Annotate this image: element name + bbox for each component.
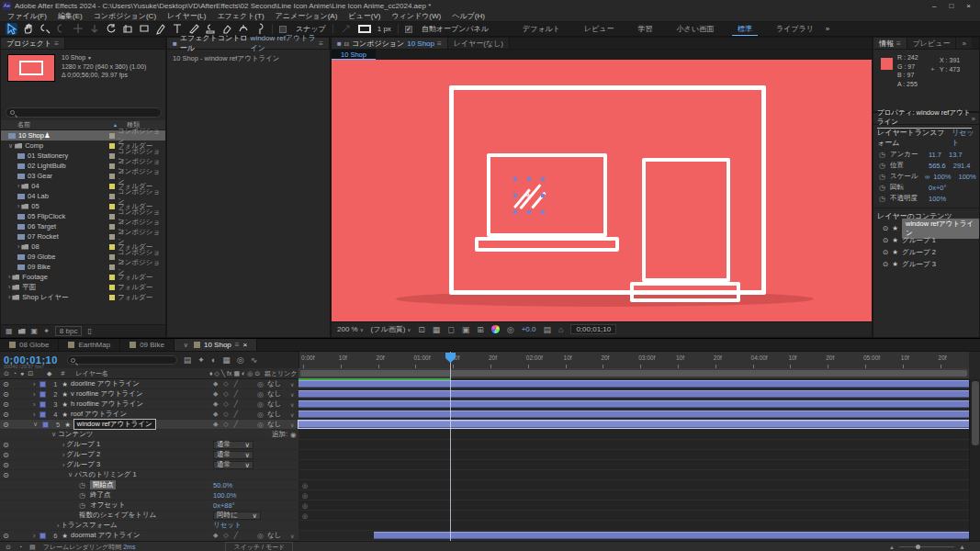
project-item-name[interactable]: 03 Gear [28,172,52,180]
rulers-icon[interactable]: ⊞ [477,325,484,334]
composition-flowchart-icon[interactable]: ⊙ [6,544,11,551]
shop-doormat-shape[interactable] [630,282,740,302]
zoom-out-icon[interactable]: ▲ [889,545,895,550]
lock-icon[interactable]: ⊡ [344,40,349,47]
exposure-icon[interactable]: ◎ [507,325,514,334]
keyframe-navigator-icon[interactable]: ◎ [302,492,308,500]
transform-property-row[interactable]: ◷アンカー11.713.7 [873,149,979,160]
scrollbar-thumb[interactable] [972,381,979,445]
chevron-down-icon[interactable]: ∨ [290,422,294,428]
properties-title[interactable]: プロパティ: window refアウトライン [877,108,972,129]
workspace-item[interactable]: 小さい画面 [671,23,719,36]
layer-content-row[interactable]: ⊙★グループ 2 [873,246,979,258]
panel-menu-icon[interactable]: ≡ [319,39,323,48]
pickwhip-icon[interactable]: ◎ [257,410,264,419]
twirl-icon[interactable]: › [33,411,35,418]
menu-item[interactable]: ファイル(F) [7,11,47,21]
preview-timecode[interactable]: 0;00;01;10 [570,324,616,334]
layer-name[interactable]: v roofline アウトライン [71,389,143,399]
tab-layer-viewer[interactable]: レイヤー(なし) [448,38,510,49]
new-folder-icon[interactable] [18,329,26,334]
layer-switches[interactable]: ◆ ◇ ╱ [213,400,240,408]
timeline-row[interactable]: ◷開始点50.0%◎ [0,480,969,490]
group-name[interactable]: グループ 2 [66,450,100,459]
region-of-interest-icon[interactable]: ⊡ [418,325,425,334]
transform-reset-button[interactable]: リセット [952,128,975,148]
stopwatch-icon[interactable]: ◷ [79,491,85,500]
chevron-down-icon[interactable]: ∨ [290,381,294,388]
project-item-name[interactable]: 02 LightBulb [28,162,66,170]
orbit-camera-tool-icon[interactable] [55,23,67,35]
menu-item[interactable]: ヘルプ(H) [452,11,485,21]
tab-effect-controls[interactable]: ■ エフェクトコントロール window refアウトライン ≡ [167,38,330,49]
tab-info[interactable]: 情報≡ [873,38,907,49]
property-name[interactable]: オフセット [90,500,125,510]
mask-visibility-icon[interactable]: ◻ [447,325,454,334]
timeline-tab-09-bike[interactable]: 09 Bike [120,339,175,351]
project-item-name[interactable]: 10 Shop [18,131,44,140]
group-name[interactable]: グループ 3 [66,460,100,469]
timeline-row[interactable]: ◷オフセット0x+88°◎ [0,500,969,511]
project-item-row[interactable]: 07 Rocketコンポジション [1,231,165,242]
project-item-row[interactable]: 10 Shop ♟コンポジション [1,130,165,141]
property-value[interactable]: 0x+0° [929,184,946,192]
timeline-search-input[interactable] [67,355,177,365]
composition-viewer[interactable]: ✛ [332,60,872,321]
project-item-name[interactable]: 07 Rocket [28,232,59,241]
hand-tool-icon[interactable] [22,23,34,35]
content-item-name[interactable]: グループ 2 [902,248,936,257]
viewer-tab-10-shop[interactable]: 10 Shop [332,50,376,60]
project-item-name[interactable]: 09 Bike [28,263,51,271]
timeline-vertical-scrollbar[interactable] [969,379,980,551]
pickwhip-icon[interactable]: ◎ [257,380,264,388]
eye-icon[interactable]: ⊙ [3,451,9,459]
panel-menu-icon[interactable]: ≡ [235,341,240,349]
property-value[interactable]: 291.4 [953,162,971,170]
layer-color-swatch[interactable] [39,391,46,398]
tab-preview[interactable]: プレビュー [907,38,957,49]
pan-behind-tool-icon[interactable] [121,23,133,35]
menu-item[interactable]: アニメーション(A) [276,11,338,21]
eye-icon[interactable]: ⊙ [883,224,888,232]
blend-mode-select[interactable]: 通常∨ [213,441,253,449]
eye-icon[interactable]: ⊙ [3,390,9,399]
trim-paths-label[interactable]: パスのトリミング 1 [74,470,137,479]
chevron-down-icon[interactable]: ∨ [290,391,294,398]
layer-switches[interactable]: ◆ ◇ ╱ [213,390,240,398]
magnification-select[interactable]: 200 % ∨ [337,325,364,333]
contents-label[interactable]: コンテンツ [58,430,93,439]
twirl-icon[interactable]: › [17,183,19,189]
layer-duration-bar[interactable] [299,410,969,418]
time-ruler[interactable]: 0:00f10f20f01:00f10f20f02:00f10f20f03:00… [299,352,969,368]
layer-duration-bar[interactable] [299,400,969,408]
shop-window-shape[interactable] [487,153,607,237]
column-name[interactable]: 名前 [1,120,30,129]
trash-icon[interactable]: ▯ [87,327,91,335]
close-button[interactable]: × [966,2,971,10]
eye-icon[interactable]: ⊙ [3,461,9,469]
layer-switches[interactable]: ◆ ◇ ╱ [213,421,240,428]
label-color-swatch[interactable] [109,244,115,250]
property-value[interactable]: 11.7 [929,151,941,159]
minimize-button[interactable]: – [932,2,936,10]
panel-menu-icon[interactable]: ≡ [54,39,59,48]
project-item-name[interactable]: Comp [25,141,43,150]
label-color-swatch[interactable] [109,214,115,219]
timeline-row[interactable]: ⊙›2★v roofline アウトライン◆ ◇ ╱◎なし∨ [0,389,969,399]
project-item-row[interactable]: ›平面フォルダー [1,282,165,292]
twirl-icon[interactable]: › [33,381,35,388]
layer-color-swatch[interactable] [39,381,46,388]
twirl-icon[interactable]: › [8,274,10,280]
stopwatch-icon[interactable]: ◷ [879,162,885,170]
timeline-tab-10-shop[interactable]: ∨10 Shop≡× [175,339,257,351]
transform-property-row[interactable]: ◷位置565.6291.4 [873,160,979,171]
eye-icon[interactable]: ⊙ [883,236,888,244]
stopwatch-icon[interactable]: ◷ [79,481,85,489]
shop-door-shape[interactable] [642,158,730,282]
panel-overflow[interactable]: » [956,38,971,49]
interpret-footage-icon[interactable]: ▦ [6,327,13,335]
layer-switches[interactable]: ◆ ◇ ╱ [213,380,240,388]
project-item-name[interactable]: 01 Stationery [28,152,68,160]
blend-mode-select[interactable]: 通常∨ [213,461,253,469]
auto-open-panel-checkbox[interactable]: ✓ [405,26,412,33]
